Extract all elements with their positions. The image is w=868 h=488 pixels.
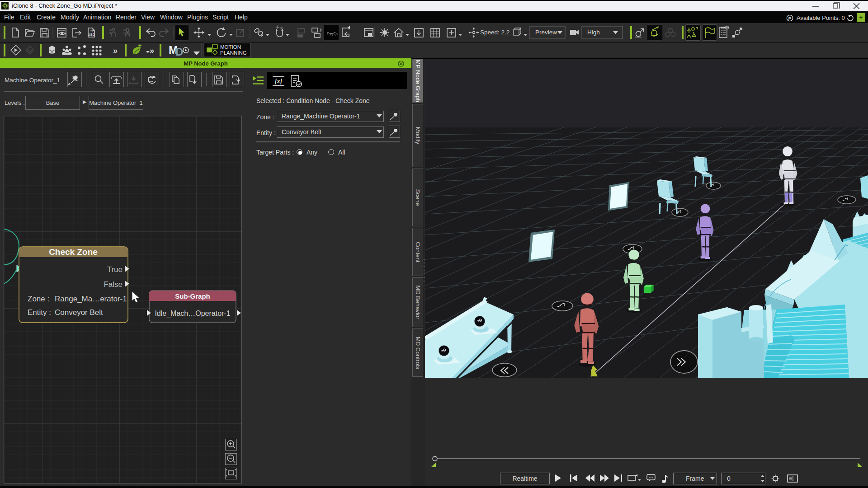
svg-text:High: High xyxy=(587,29,600,36)
svg-text:D: D xyxy=(175,46,183,58)
svg-text:Speed: 2.2: Speed: 2.2 xyxy=(480,29,509,36)
svg-text:Preview: Preview xyxy=(535,29,557,36)
svg-text:PLANNING: PLANNING xyxy=(220,50,247,56)
svg-text:Conveyor Belt: Conveyor Belt xyxy=(55,308,103,317)
svg-text:»: » xyxy=(113,46,118,55)
svg-text:»: » xyxy=(150,46,154,55)
svg-text:MOTION: MOTION xyxy=(220,44,241,50)
svg-text:True: True xyxy=(107,265,123,274)
svg-text:[x]: [x] xyxy=(275,78,283,84)
svg-text:Idle_Mach…Operator-1: Idle_Mach…Operator-1 xyxy=(155,310,230,318)
svg-text:Entity :: Entity : xyxy=(28,308,51,317)
svg-text:USD: USD xyxy=(88,33,95,37)
svg-text:P: P xyxy=(788,16,792,21)
svg-text:Range_Ma…erator-1: Range_Ma…erator-1 xyxy=(55,295,127,303)
svg-text:Sub-Graph: Sub-Graph xyxy=(175,292,210,300)
svg-text:False: False xyxy=(104,280,123,289)
svg-text:Check Zone: Check Zone xyxy=(49,247,98,257)
svg-text:Zone :: Zone : xyxy=(28,295,49,303)
